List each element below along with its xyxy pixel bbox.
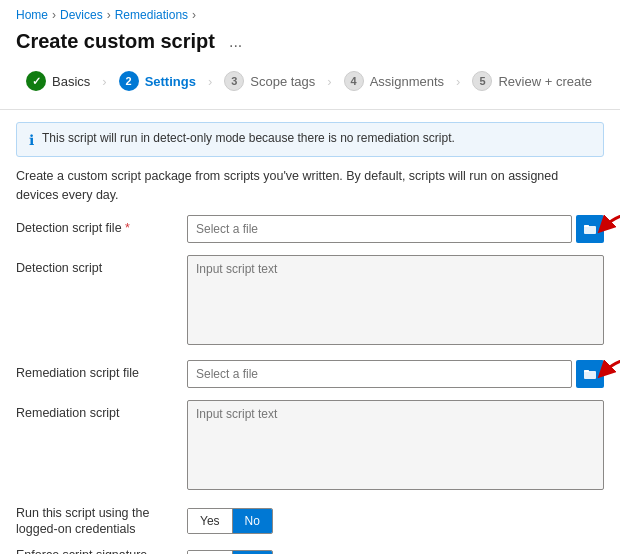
breadcrumb-home[interactable]: Home xyxy=(16,8,48,22)
form-content: Detection script file * xyxy=(0,215,620,555)
step-basics[interactable]: ✓ Basics xyxy=(16,65,100,97)
page-title: Create custom script xyxy=(16,30,215,53)
detection-script-textarea[interactable] xyxy=(187,255,604,345)
step-settings[interactable]: 2 Settings xyxy=(109,65,206,97)
detection-script-file-label: Detection script file * xyxy=(16,215,171,235)
remediation-script-textarea-wrap xyxy=(187,400,604,493)
detection-script-row: Detection script xyxy=(16,255,604,348)
step-basics-label: Basics xyxy=(52,74,90,89)
signature-label: Enforce script signature check xyxy=(16,547,171,554)
breadcrumb: Home › Devices › Remediations › xyxy=(0,0,620,26)
svg-rect-2 xyxy=(584,371,596,379)
remediation-script-file-label: Remediation script file xyxy=(16,360,171,380)
ellipsis-button[interactable]: ... xyxy=(223,31,248,53)
remediation-script-textarea[interactable] xyxy=(187,400,604,490)
info-icon: ℹ xyxy=(29,132,34,148)
folder-icon xyxy=(583,222,597,236)
step-assignments[interactable]: 4 Assignments xyxy=(334,65,454,97)
remediation-script-label: Remediation script xyxy=(16,400,171,420)
logged-on-yes-button[interactable]: Yes xyxy=(188,509,233,533)
breadcrumb-devices[interactable]: Devices xyxy=(60,8,103,22)
description-text: Create a custom script package from scri… xyxy=(0,167,620,215)
step-review-label: Review + create xyxy=(498,74,592,89)
step-scope-tags[interactable]: 3 Scope tags xyxy=(214,65,325,97)
remediation-script-row: Remediation script xyxy=(16,400,604,493)
remediation-script-file-control xyxy=(187,360,604,388)
folder-icon-2 xyxy=(583,367,597,381)
step-settings-label: Settings xyxy=(145,74,196,89)
detection-script-textarea-wrap xyxy=(187,255,604,348)
step-settings-circle: 2 xyxy=(119,71,139,91)
wizard-steps: ✓ Basics › 2 Settings › 3 Scope tags › 4… xyxy=(0,65,620,110)
step-scope-tags-label: Scope tags xyxy=(250,74,315,89)
detection-script-label: Detection script xyxy=(16,255,171,275)
signature-toggle: Yes No xyxy=(187,550,273,554)
remediation-script-file-row: Remediation script file xyxy=(16,360,604,388)
detection-script-file-row: Detection script file * xyxy=(16,215,604,243)
remediation-script-file-browse-button[interactable] xyxy=(576,360,604,388)
detection-script-file-input[interactable] xyxy=(187,215,572,243)
remediation-script-file-input[interactable] xyxy=(187,360,572,388)
detection-script-file-browse-button[interactable] xyxy=(576,215,604,243)
step-scope-tags-circle: 3 xyxy=(224,71,244,91)
step-basics-circle: ✓ xyxy=(26,71,46,91)
info-banner-text: This script will run in detect-only mode… xyxy=(42,131,455,145)
logged-on-row: Run this script using the logged-on cred… xyxy=(16,505,604,538)
breadcrumb-remediations[interactable]: Remediations xyxy=(115,8,188,22)
detection-script-file-control xyxy=(187,215,604,243)
svg-rect-1 xyxy=(584,225,589,227)
signature-row: Enforce script signature check Yes No xyxy=(16,547,604,554)
step-assignments-circle: 4 xyxy=(344,71,364,91)
logged-on-toggle: Yes No xyxy=(187,508,273,534)
logged-on-no-button[interactable]: No xyxy=(233,509,272,533)
step-review[interactable]: 5 Review + create xyxy=(462,65,602,97)
logged-on-label: Run this script using the logged-on cred… xyxy=(16,505,171,538)
info-banner: ℹ This script will run in detect-only mo… xyxy=(16,122,604,157)
step-review-circle: 5 xyxy=(472,71,492,91)
svg-rect-3 xyxy=(584,370,589,372)
page-header: Create custom script ... xyxy=(0,26,620,65)
step-assignments-label: Assignments xyxy=(370,74,444,89)
svg-rect-0 xyxy=(584,226,596,234)
